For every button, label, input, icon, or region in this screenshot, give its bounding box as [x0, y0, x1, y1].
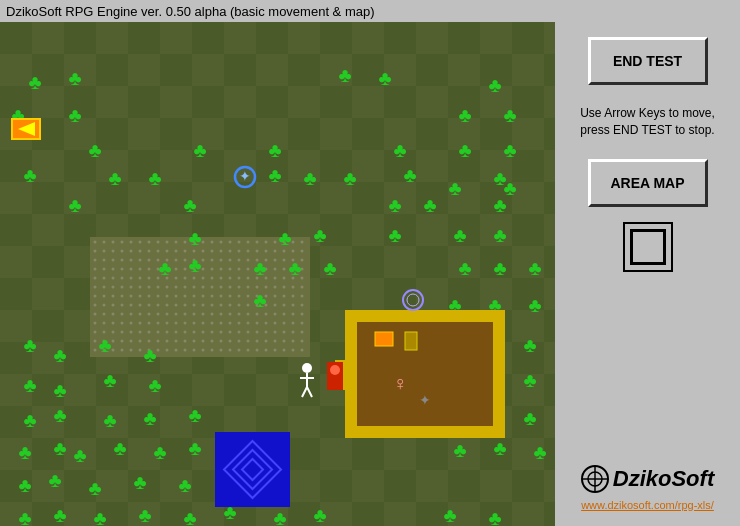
brand-icon — [581, 465, 609, 493]
app-title: DzikoSoft RPG Engine ver. 0.50 alpha (ba… — [6, 4, 375, 19]
map-preview — [623, 222, 673, 272]
end-test-button[interactable]: END TEST — [588, 37, 708, 85]
map-preview-inner — [630, 229, 666, 265]
brand-logo: DzikoSoft — [581, 465, 714, 493]
area-map-button[interactable]: AREA MAP — [588, 159, 708, 207]
title-bar: DzikoSoft RPG Engine ver. 0.50 alpha (ba… — [0, 0, 740, 22]
brand: DzikoSoft www.dzikosoft.com/rpg-xls/ — [581, 465, 714, 511]
main-area: END TEST Use Arrow Keys to move, press E… — [0, 22, 740, 526]
sidebar: END TEST Use Arrow Keys to move, press E… — [555, 22, 740, 526]
brand-name: DzikoSoft — [613, 466, 714, 492]
instructions-text: Use Arrow Keys to move, press END TEST t… — [565, 100, 730, 144]
brand-link[interactable]: www.dzikosoft.com/rpg-xls/ — [581, 499, 714, 511]
game-canvas[interactable] — [0, 22, 555, 526]
